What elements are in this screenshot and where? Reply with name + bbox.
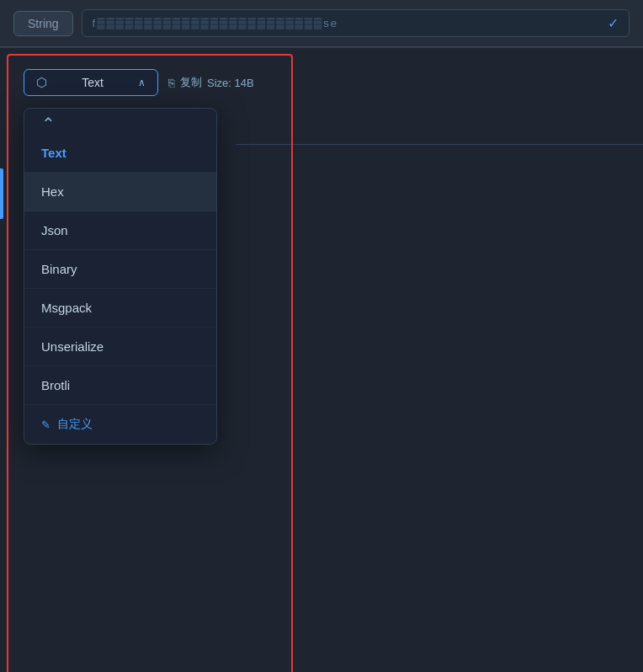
dropdown-item-custom[interactable]: ✎ 自定义 [24, 405, 216, 444]
value-field[interactable]: f▒▒▒▒▒▒▒▒▒▒▒▒▒▒▒▒▒▒▒▒▒▒▒▒se ✓ [82, 9, 630, 37]
decode-selector-button[interactable]: ⬡ Text ∧ [24, 69, 158, 96]
dropdown-item-unserialize[interactable]: Unserialize [24, 328, 216, 366]
dropdown-menu: ⌃ Text Hex Json Binary Msgpack Unseriali… [24, 108, 217, 445]
custom-label: 自定义 [57, 417, 93, 432]
decode-icon: ⬡ [36, 75, 47, 90]
dropdown-item-msgpack[interactable]: Msgpack [24, 289, 216, 328]
dropdown-container: ⌃ Text Hex Json Binary Msgpack Unseriali… [24, 108, 633, 445]
chevron-up-icon: ∧ [138, 77, 146, 88]
dropdown-item-text[interactable]: Text [24, 134, 216, 173]
value-text: f▒▒▒▒▒▒▒▒▒▒▒▒▒▒▒▒▒▒▒▒▒▒▒▒se [93, 17, 338, 29]
top-bar: String f▒▒▒▒▒▒▒▒▒▒▒▒▒▒▒▒▒▒▒▒▒▒▒▒se ✓ [0, 0, 643, 47]
copy-label: 复制 [180, 75, 202, 90]
copy-info: ⎘ 复制 Size: 14B [168, 75, 254, 90]
confirm-icon[interactable]: ✓ [608, 15, 619, 31]
dropdown-item-json[interactable]: Json [24, 211, 216, 250]
type-badge[interactable]: String [13, 11, 73, 36]
above-hint: ⌃ [24, 109, 216, 134]
decode-row: ⬡ Text ∧ ⎘ 复制 Size: 14B [10, 57, 633, 108]
edit-icon: ✎ [41, 419, 50, 431]
main-area: ⬡ Text ∧ ⎘ 复制 Size: 14B ⌃ Text Hex Json … [0, 47, 643, 455]
dropdown-item-hex[interactable]: Hex [24, 173, 216, 211]
decode-label: Text [82, 76, 104, 89]
dropdown-item-binary[interactable]: Binary [24, 250, 216, 289]
size-label: Size: 14B [207, 77, 254, 89]
copy-icon[interactable]: ⎘ [168, 77, 175, 89]
dropdown-item-brotli[interactable]: Brotli [24, 366, 216, 405]
